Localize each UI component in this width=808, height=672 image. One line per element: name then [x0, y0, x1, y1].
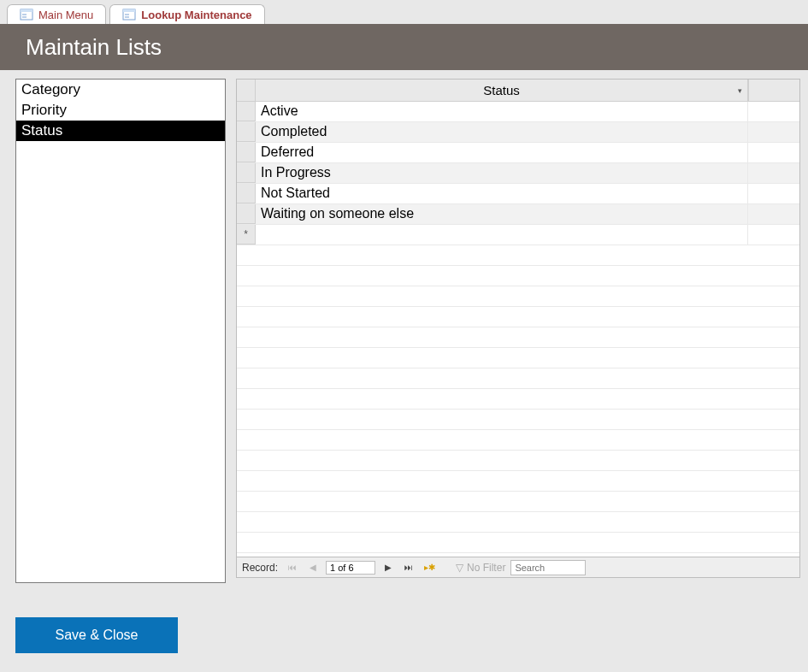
nav-prev-icon[interactable]: ◀ — [305, 560, 321, 575]
svg-rect-5 — [123, 9, 135, 12]
record-search-input[interactable] — [510, 560, 586, 575]
empty-row — [237, 266, 799, 286]
form-icon — [122, 8, 136, 21]
new-record-row[interactable]: * — [237, 225, 799, 245]
empty-row — [237, 410, 799, 430]
empty-row — [237, 471, 799, 492]
listbox-item-priority[interactable]: Priority — [16, 100, 225, 121]
filter-icon: ▽ — [456, 562, 463, 574]
empty-row — [237, 307, 799, 327]
row-selector[interactable] — [237, 122, 256, 142]
listbox-item-category[interactable]: Category — [16, 80, 225, 100]
no-filter-indicator: ▽ No Filter — [456, 562, 505, 574]
tab-lookup-maintenance[interactable]: Lookup Maintenance — [109, 4, 264, 24]
status-cell[interactable]: Deferred — [256, 143, 748, 162]
empty-row — [237, 451, 799, 471]
table-row[interactable]: Waiting on someone else — [237, 204, 799, 225]
nav-first-icon[interactable]: ⏮ — [285, 560, 300, 575]
no-filter-label: No Filter — [467, 562, 505, 574]
empty-row — [237, 348, 799, 368]
table-row[interactable]: Not Started — [237, 184, 799, 204]
tab-label: Main Menu — [38, 9, 93, 21]
record-position-input[interactable] — [326, 561, 375, 575]
status-cell[interactable]: Active — [256, 102, 748, 121]
empty-row — [237, 533, 799, 553]
table-row[interactable]: Deferred — [237, 143, 799, 163]
status-cell[interactable]: Completed — [256, 122, 748, 142]
listbox-item-status[interactable]: Status — [16, 121, 225, 141]
tab-main-menu[interactable]: Main Menu — [7, 4, 106, 24]
datasheet-header: Status ▾ — [237, 80, 799, 102]
status-cell[interactable]: In Progress — [256, 163, 748, 183]
tab-label: Lookup Maintenance — [141, 9, 251, 21]
record-label: Record: — [242, 562, 278, 574]
row-selector[interactable] — [237, 184, 256, 203]
row-selector[interactable] — [237, 163, 256, 183]
category-listbox[interactable]: Category Priority Status — [15, 79, 226, 583]
new-record-marker: * — [237, 225, 256, 245]
svg-rect-1 — [21, 9, 32, 12]
empty-row — [237, 492, 799, 512]
status-cell[interactable]: Waiting on someone else — [256, 204, 748, 224]
row-selector[interactable] — [237, 102, 256, 121]
select-all-rows[interactable] — [237, 80, 256, 101]
datasheet[interactable]: Status ▾ Active Completed Deferred — [236, 79, 800, 557]
table-row[interactable]: In Progress — [237, 163, 799, 184]
empty-row — [237, 512, 799, 533]
nav-next-icon[interactable]: ▶ — [380, 560, 396, 575]
record-navigator: Record: ⏮ ◀ ▶ ⏭ ▸✱ ▽ No Filter — [236, 557, 800, 578]
row-selector[interactable] — [237, 204, 256, 224]
empty-row — [237, 389, 799, 410]
status-cell[interactable]: Not Started — [256, 184, 748, 203]
empty-row — [237, 327, 799, 348]
datasheet-body: Active Completed Deferred In Progress No… — [237, 102, 799, 553]
empty-row — [237, 368, 799, 389]
empty-row — [237, 430, 799, 451]
column-dropdown-icon[interactable]: ▾ — [738, 86, 742, 95]
column-header-status[interactable]: Status ▾ — [256, 80, 748, 101]
empty-row — [237, 286, 799, 307]
page-title: Maintain Lists — [0, 24, 808, 70]
empty-row — [237, 245, 799, 266]
table-row[interactable]: Active — [237, 102, 799, 122]
workspace: Category Priority Status Status ▾ Active — [0, 70, 808, 592]
datasheet-area: Status ▾ Active Completed Deferred — [236, 79, 800, 583]
row-selector[interactable] — [237, 143, 256, 162]
nav-last-icon[interactable]: ⏭ — [401, 560, 416, 575]
table-row[interactable]: Completed — [237, 122, 799, 143]
status-cell[interactable] — [256, 225, 748, 245]
save-and-close-button[interactable]: Save & Close — [15, 617, 178, 653]
datasheet-extra-space — [748, 80, 799, 101]
form-icon — [20, 8, 33, 21]
nav-new-icon[interactable]: ▸✱ — [422, 560, 437, 575]
tabbar: Main Menu Lookup Maintenance — [0, 0, 808, 24]
column-header-label: Status — [483, 83, 520, 97]
